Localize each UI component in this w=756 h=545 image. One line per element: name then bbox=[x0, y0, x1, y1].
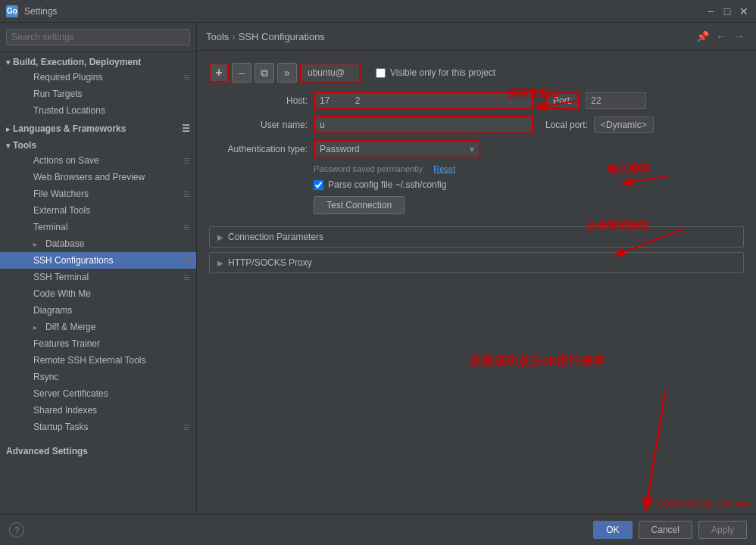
app-icon: Go bbox=[6, 5, 18, 17]
http-socks-label: HTTP/SOCKS Proxy bbox=[228, 257, 312, 268]
username-row: User name: Local port: <Dynamic> bbox=[209, 116, 744, 134]
sidebar-category-build[interactable]: ▾ Build, Execution, Deployment bbox=[0, 52, 196, 69]
arrow-ok bbox=[604, 384, 680, 514]
sidebar-item-startup-tasks[interactable]: Startup Tasks ☰ bbox=[0, 419, 196, 435]
watermark: CSDN @Dong_chongwu bbox=[658, 499, 750, 508]
sidebar-item-features-trainer[interactable]: Features Trainer bbox=[0, 335, 196, 352]
minimize-button[interactable]: − bbox=[704, 5, 717, 17]
panel-header: Tools › SSH Configurations 📌 ← → bbox=[197, 23, 756, 51]
sidebar-item-rsync[interactable]: Rsync bbox=[0, 369, 196, 385]
sidebar-item-actions-on-save[interactable]: Actions on Save ☰ bbox=[0, 152, 196, 169]
reset-link[interactable]: Reset bbox=[433, 164, 455, 173]
sidebar-item-required-plugins[interactable]: Required Plugins ☰ bbox=[0, 69, 196, 86]
window-controls: − □ ✕ bbox=[704, 5, 750, 17]
annotation-ok: 连接成功点击ok进行保存 bbox=[469, 353, 604, 369]
sidebar-item-web-browsers[interactable]: Web Browsers and Preview bbox=[0, 169, 196, 185]
sidebar-item-diagrams[interactable]: Diagrams bbox=[0, 302, 196, 319]
settings-window: Go Settings − □ ✕ ▾ Build, Execution, De… bbox=[0, 0, 756, 545]
sidebar-category-tools[interactable]: ▾ Tools bbox=[0, 135, 196, 152]
auth-label: Authentication type: bbox=[209, 144, 308, 154]
pin-icon[interactable]: 📌 bbox=[696, 30, 709, 42]
port-label: Port: bbox=[545, 92, 579, 109]
breadcrumb-current: SSH Configurations bbox=[239, 31, 325, 42]
visible-checkbox-area: Visible only for this project bbox=[376, 67, 495, 78]
expand-icon-db: ▸ bbox=[33, 240, 45, 248]
cancel-button[interactable]: Cancel bbox=[639, 521, 692, 539]
breadcrumb: Tools › SSH Configurations bbox=[206, 31, 692, 42]
sidebar-item-file-watchers[interactable]: File Watchers ☰ bbox=[0, 185, 196, 202]
settings-icon-fw: ☰ bbox=[183, 190, 190, 198]
sidebar-item-ssh-configurations[interactable]: SSH Configurations ☰ bbox=[0, 252, 196, 269]
right-panel: Tools › SSH Configurations 📌 ← → + bbox=[197, 23, 756, 514]
bottom-right: OK Cancel Apply bbox=[593, 521, 747, 539]
connection-params-arrow: ▶ bbox=[217, 233, 223, 241]
connection-params-label: Connection Parameters bbox=[228, 232, 323, 242]
connection-params-section: ▶ Connection Parameters bbox=[209, 226, 744, 248]
apply-button[interactable]: Apply bbox=[698, 521, 747, 539]
sidebar-item-server-certificates[interactable]: Server Certificates bbox=[0, 385, 196, 402]
sidebar-item-ssh-terminal[interactable]: SSH Terminal ☰ bbox=[0, 269, 196, 285]
add-button[interactable]: + bbox=[209, 63, 229, 83]
forward-button[interactable]: → bbox=[732, 29, 747, 44]
more-button[interactable]: » bbox=[277, 63, 297, 83]
ssh-entry[interactable]: ubuntu@ bbox=[300, 63, 361, 83]
settings-icon-lf: ☰ bbox=[182, 123, 190, 134]
sidebar-scroll: ▾ Build, Execution, Deployment Required … bbox=[0, 52, 196, 514]
host-row: Host: Port: bbox=[209, 92, 744, 110]
back-button[interactable]: ← bbox=[714, 29, 729, 44]
sidebar-item-database[interactable]: ▸ Database bbox=[0, 235, 196, 252]
port-input[interactable] bbox=[586, 92, 646, 109]
remove-button[interactable]: – bbox=[232, 63, 251, 83]
maximize-button[interactable]: □ bbox=[721, 5, 733, 17]
copy-button[interactable]: ⧉ bbox=[255, 63, 274, 83]
sidebar-category-languages[interactable]: ▸ Languages & Frameworks ☰ bbox=[0, 119, 196, 135]
test-connection-button[interactable]: Test Connection bbox=[314, 196, 405, 214]
parse-config-label: Parse config file ~/.ssh/config bbox=[328, 179, 446, 190]
auth-row: Authentication type: Password Key pair O… bbox=[209, 140, 744, 158]
host-label: Host: bbox=[209, 95, 308, 106]
search-input[interactable] bbox=[6, 29, 190, 45]
local-port-button[interactable]: <Dynamic> bbox=[594, 117, 654, 133]
sidebar-item-remote-ssh[interactable]: Remote SSH External Tools bbox=[0, 352, 196, 369]
sidebar-category-advanced-label: Advanced Settings bbox=[6, 446, 88, 456]
sidebar-item-diff-merge[interactable]: ▸ Diff & Merge bbox=[0, 319, 196, 335]
sidebar: ▾ Build, Execution, Deployment Required … bbox=[0, 23, 197, 514]
close-button[interactable]: ✕ bbox=[738, 5, 750, 17]
sidebar-search-area bbox=[0, 23, 196, 52]
ok-button[interactable]: OK bbox=[593, 521, 632, 539]
title-bar: Go Settings − □ ✕ bbox=[0, 0, 756, 23]
password-saved-row: Password saved permanently Reset bbox=[314, 164, 744, 173]
parse-config-checkbox[interactable] bbox=[314, 180, 323, 190]
settings-icon-startup: ☰ bbox=[183, 423, 190, 431]
auth-select[interactable]: Password Key pair OpenSSH config and aut… bbox=[314, 140, 480, 158]
sidebar-category-build-label: Build, Execution, Deployment bbox=[13, 57, 141, 67]
sidebar-item-shared-indexes[interactable]: Shared Indexes bbox=[0, 402, 196, 419]
sidebar-category-languages-label: Languages & Frameworks bbox=[13, 123, 126, 134]
sidebar-item-external-tools[interactable]: External Tools bbox=[0, 202, 196, 219]
toolbar-row: + – ⧉ » ubuntu@ Visible only for this pr… bbox=[209, 63, 744, 83]
visible-label: Visible only for this project bbox=[390, 67, 495, 78]
username-label: User name: bbox=[209, 120, 308, 130]
settings-icon-rp: ☰ bbox=[183, 73, 190, 82]
sidebar-item-run-targets[interactable]: Run Targets bbox=[0, 86, 196, 102]
http-socks-arrow: ▶ bbox=[217, 259, 223, 267]
host-input[interactable] bbox=[314, 92, 533, 110]
bottom-left: ? bbox=[9, 522, 24, 537]
sidebar-item-trusted-locations[interactable]: Trusted Locations bbox=[0, 102, 196, 119]
http-socks-header[interactable]: ▶ HTTP/SOCKS Proxy bbox=[210, 253, 743, 272]
expand-icon-tools: ▾ bbox=[6, 142, 10, 150]
help-button[interactable]: ? bbox=[9, 522, 24, 537]
sidebar-item-terminal[interactable]: Terminal ☰ bbox=[0, 219, 196, 235]
sidebar-item-code-with-me[interactable]: Code With Me bbox=[0, 285, 196, 302]
settings-icon-terminal: ☰ bbox=[183, 223, 190, 232]
connection-params-header[interactable]: ▶ Connection Parameters bbox=[210, 227, 743, 247]
visible-only-checkbox[interactable] bbox=[376, 68, 386, 78]
bottom-bar: ? OK Cancel Apply bbox=[0, 514, 756, 545]
window-title: Settings bbox=[24, 6, 704, 17]
sidebar-category-advanced[interactable]: Advanced Settings bbox=[0, 441, 196, 458]
http-socks-section: ▶ HTTP/SOCKS Proxy bbox=[209, 252, 744, 273]
panel-content: + – ⧉ » ubuntu@ Visible only for this pr… bbox=[197, 51, 756, 514]
breadcrumb-separator: › bbox=[232, 31, 235, 42]
auth-select-wrap: Password Key pair OpenSSH config and aut… bbox=[314, 140, 480, 158]
username-input[interactable] bbox=[314, 116, 533, 134]
